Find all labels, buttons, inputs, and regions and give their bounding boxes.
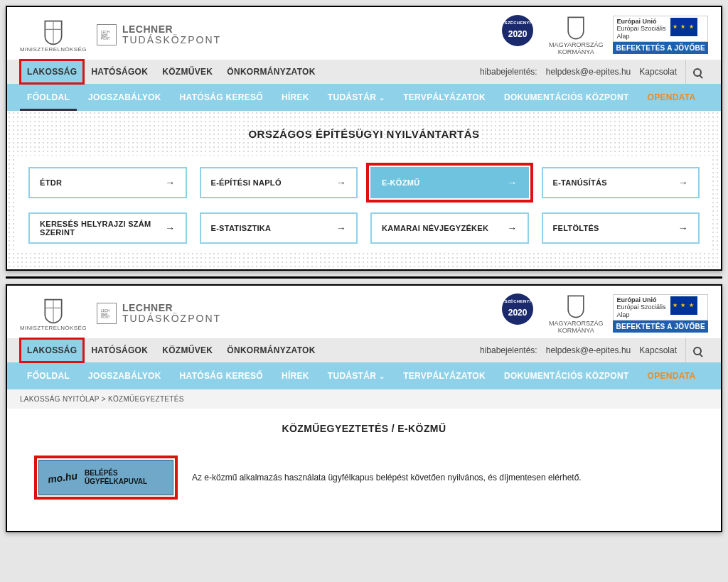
eu-flag-icon: ★ ★ ★	[670, 296, 697, 315]
eu-flag-icon: ★ ★ ★	[670, 18, 697, 36]
top-tab-hatosagok[interactable]: HATÓSÁGOK	[84, 60, 155, 84]
arrow-right-icon: →	[165, 177, 175, 188]
subnav-jogszabalyok[interactable]: JOGSZABÁLYOK	[81, 362, 168, 389]
magyarorszag-kormanya-logo: MAGYARORSZÁG KORMÁNYA	[549, 293, 603, 334]
subnav-tudastar[interactable]: TUDÁSTÁR ⌄	[321, 84, 392, 111]
sub-nav: FŐOLDAL JOGSZABÁLYOK HATÓSÁG KERESŐ HÍRE…	[7, 84, 721, 111]
hungary-crest-icon	[43, 18, 63, 48]
header-band: MINISZTERELNÖKSÉG LECHNERPONT LECHNER TU…	[7, 7, 721, 60]
lechner-line1: LECHNER	[122, 24, 221, 35]
tile-eepitesi[interactable]: E-ÉPÍTÉSI NAPLÓ→	[200, 167, 358, 198]
chevron-down-icon: ⌄	[379, 94, 385, 102]
top-tab-onkormanyzatok[interactable]: ÖNKORMÁNYZATOK	[220, 60, 322, 84]
eu-funding-block: Európai Unió Európai Szociális Alap ★ ★ …	[613, 16, 708, 54]
top-tab-lakossag[interactable]: LAKOSSÁG	[20, 338, 84, 362]
login-ugyfelkapu-button[interactable]: mo.hu BELÉPÉS ÜGYFÉLKAPUVAL	[38, 460, 173, 495]
arrow-right-icon: →	[507, 222, 517, 234]
search-icon	[693, 347, 702, 355]
main-content: ORSZÁGOS ÉPÍTÉSÜGYI NYILVÁNTARTÁS ÉTDR→ …	[7, 111, 721, 269]
subnav-hatosag-kereso[interactable]: HATÓSÁG KERESŐ	[173, 362, 270, 389]
lechner-logo: LECHNERPONT LECHNER TUDÁSKÖZPONT	[97, 24, 221, 46]
tile-ekozmu[interactable]: E-KÖZMŰ→	[370, 167, 529, 198]
eu-funding-block: Európai UnióEurópai SzociálisAlap ★ ★ ★ …	[613, 294, 708, 333]
hungary-crest-icon	[43, 296, 63, 326]
lechner-line2: TUDÁSKÖZPONT	[122, 35, 221, 45]
search-icon	[693, 68, 702, 77]
ministry-label: MINISZTERELNÖKSÉG	[20, 46, 87, 53]
arrow-right-icon: →	[507, 177, 517, 188]
lechner-logo: LECHNERPONT LECHNER TUDÁSKÖZPONT	[97, 303, 221, 325]
subnav-tervpalyazatok[interactable]: TERVPÁLYÁZATOK	[396, 84, 493, 111]
top-nav: LAKOSSÁG HATÓSÁGOK KÖZMŰVEK ÖNKORMÁNYZAT…	[7, 338, 721, 362]
sub-nav: FŐOLDAL JOGSZABÁLYOK HATÓSÁG KERESŐ HÍRE…	[7, 362, 721, 389]
breadcrumb: LAKOSSÁG NYITÓLAP > KÖZMŰEGYEZTETÉS	[7, 389, 721, 409]
top-tab-kozmuvek[interactable]: KÖZMŰVEK	[155, 338, 220, 362]
top-tab-onkormanyzatok[interactable]: ÖNKORMÁNYZATOK	[220, 338, 322, 362]
search-button[interactable]	[685, 60, 708, 84]
szechenyi2020-badge: SZÉCHENYI2020	[502, 293, 539, 333]
subnav-opendata[interactable]: OPENDATA	[641, 84, 703, 111]
ministry-label: MINISZTERELNÖKSÉG	[20, 325, 87, 331]
tile-etdr[interactable]: ÉTDR→	[28, 167, 187, 198]
search-button[interactable]	[685, 338, 708, 362]
subnav-jogszabalyok[interactable]: JOGSZABÁLYOK	[81, 84, 168, 111]
bugreport-label: hibabejelentés:	[480, 345, 537, 355]
main-content: KÖZMŰEGYEZTETÉS / E-KÖZMŰ mo.hu BELÉPÉS …	[7, 409, 721, 531]
bugreport-email[interactable]: helpdesk@e-epites.hu	[546, 67, 631, 77]
arrow-right-icon: →	[678, 222, 688, 234]
chevron-down-icon: ⌄	[379, 372, 385, 380]
svg-text:PONT: PONT	[101, 37, 110, 41]
screenshot-upper: MINISZTERELNÖKSÉG LECHNERPONT LECHNER TU…	[6, 6, 722, 271]
top-tab-lakossag[interactable]: LAKOSSÁG	[20, 60, 84, 84]
subnav-fooldal[interactable]: FŐOLDAL	[20, 84, 77, 111]
magyarorszag-kormanya-logo: MAGYARORSZÁG KORMÁNYA	[549, 14, 603, 55]
top-tab-hatosagok[interactable]: HATÓSÁGOK	[84, 338, 155, 362]
ministry-logo: MINISZTERELNÖKSÉG	[20, 18, 87, 53]
eu-banner: BEFEKTETÉS A JÖVŐBE	[613, 42, 708, 54]
bugreport-label: hibabejelentés:	[480, 67, 537, 77]
subnav-tervpalyazatok[interactable]: TERVPÁLYÁZATOK	[396, 362, 493, 389]
subnav-fooldal[interactable]: FŐOLDAL	[20, 362, 77, 389]
page-title: KÖZMŰEGYEZTETÉS / E-KÖZMŰ	[38, 423, 690, 434]
arrow-right-icon: →	[165, 222, 175, 234]
lechner-box-icon: LECHNERPONT	[97, 24, 117, 45]
subnav-tudastar[interactable]: TUDÁSTÁR ⌄	[321, 362, 392, 389]
tile-etanusitas[interactable]: E-TANÚSÍTÁS→	[542, 167, 700, 198]
header-band: MINISZTERELNÖKSÉG LECHNERPONT LECHNER TU…	[7, 286, 721, 338]
arrow-right-icon: →	[336, 222, 346, 234]
svg-text:PONT: PONT	[101, 316, 110, 319]
top-nav: LAKOSSÁG HATÓSÁGOK KÖZMŰVEK ÖNKORMÁNYZAT…	[7, 60, 721, 84]
tile-kereses-hrsz[interactable]: KERESÉS HELYRAJZI SZÁM SZERINT→	[28, 212, 187, 244]
screenshot-lower: MINISZTERELNÖKSÉG LECHNERPONT LECHNER TU…	[6, 284, 722, 532]
ugyfelkapu-icon: mo.hu	[47, 470, 78, 485]
top-tab-kozmuvek[interactable]: KÖZMŰVEK	[155, 60, 220, 84]
arrow-right-icon: →	[336, 177, 346, 188]
contact-link[interactable]: Kapcsolat	[639, 67, 677, 77]
page-description: Az e-közmű alkalmazás használata ügyfélk…	[192, 473, 582, 483]
szechenyi2020-badge: SZÉCHENYI 2020	[502, 15, 539, 55]
tile-kamarai[interactable]: KAMARAI NÉVJEGYZÉKEK→	[370, 212, 529, 244]
lechner-box-icon: LECHNERPONT	[97, 303, 117, 324]
ministry-logo: MINISZTERELNÖKSÉG	[20, 296, 87, 331]
subnav-opendata[interactable]: OPENDATA	[641, 362, 703, 389]
subnav-dok-kozpont[interactable]: DOKUMENTÁCIÓS KÖZPONT	[497, 362, 636, 389]
page-title: ORSZÁGOS ÉPÍTÉSÜGYI NYILVÁNTARTÁS	[16, 128, 712, 140]
subnav-hirek[interactable]: HÍREK	[274, 362, 316, 389]
subnav-hirek[interactable]: HÍREK	[274, 84, 316, 111]
subnav-hatosag-kereso[interactable]: HATÓSÁG KERESŐ	[173, 84, 270, 111]
bugreport-email[interactable]: helpdesk@e-epites.hu	[546, 345, 631, 355]
tile-estatisztika[interactable]: E-STATISZTIKA→	[200, 212, 358, 244]
arrow-right-icon: →	[678, 177, 688, 188]
tile-feltoltes[interactable]: FELTÖLTÉS→	[542, 212, 700, 244]
contact-link[interactable]: Kapcsolat	[639, 345, 677, 355]
subnav-dok-kozpont[interactable]: DOKUMENTÁCIÓS KÖZPONT	[497, 84, 636, 111]
hungary-crest-icon	[567, 14, 585, 42]
